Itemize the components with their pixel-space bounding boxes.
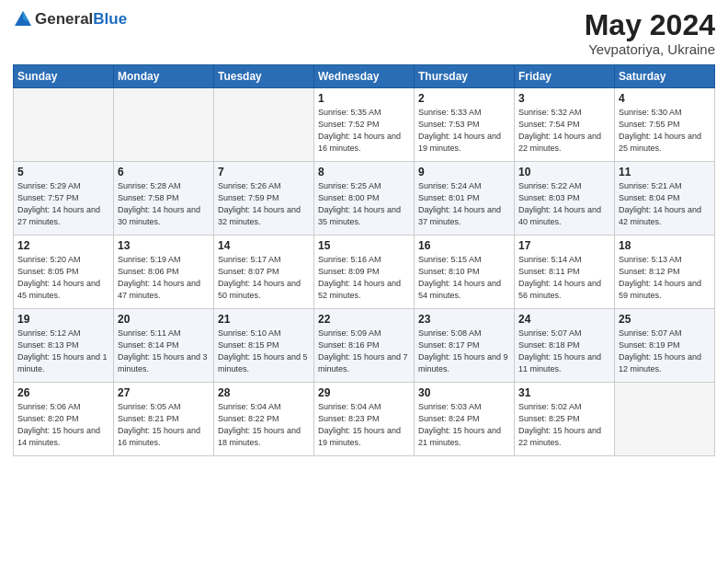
day-info: Sunrise: 5:32 AMSunset: 7:54 PMDaylight:…: [518, 107, 610, 155]
calendar-cell: [214, 88, 314, 162]
logo-text: GeneralBlue: [35, 10, 127, 29]
day-info: Sunrise: 5:14 AMSunset: 8:11 PMDaylight:…: [518, 254, 610, 302]
calendar-cell: 4Sunrise: 5:30 AMSunset: 7:55 PMDaylight…: [615, 88, 715, 162]
calendar-week-row: 5Sunrise: 5:29 AMSunset: 7:57 PMDaylight…: [14, 162, 715, 236]
weekday-header-wednesday: Wednesday: [314, 65, 415, 88]
calendar-cell: 9Sunrise: 5:24 AMSunset: 8:01 PMDaylight…: [415, 162, 515, 236]
day-info: Sunrise: 5:16 AMSunset: 8:09 PMDaylight:…: [318, 254, 410, 302]
calendar-cell: 2Sunrise: 5:33 AMSunset: 7:53 PMDaylight…: [415, 88, 515, 162]
day-number: 12: [17, 239, 109, 252]
day-info: Sunrise: 5:15 AMSunset: 8:10 PMDaylight:…: [418, 254, 510, 302]
day-info: Sunrise: 5:13 AMSunset: 8:12 PMDaylight:…: [619, 254, 711, 302]
calendar-cell: 21Sunrise: 5:10 AMSunset: 8:15 PMDayligh…: [214, 309, 314, 383]
day-info: Sunrise: 5:04 AMSunset: 8:23 PMDaylight:…: [318, 401, 410, 449]
day-info: Sunrise: 5:33 AMSunset: 7:53 PMDaylight:…: [418, 107, 510, 155]
day-number: 22: [318, 313, 410, 326]
calendar-cell: 28Sunrise: 5:04 AMSunset: 8:22 PMDayligh…: [214, 383, 314, 456]
day-number: 16: [418, 239, 510, 252]
day-number: 2: [418, 92, 510, 105]
calendar-week-row: 19Sunrise: 5:12 AMSunset: 8:13 PMDayligh…: [14, 309, 715, 383]
calendar-header-row: SundayMondayTuesdayWednesdayThursdayFrid…: [14, 65, 715, 88]
day-number: 24: [518, 313, 610, 326]
day-info: Sunrise: 5:22 AMSunset: 8:03 PMDaylight:…: [518, 180, 610, 228]
month-title: May 2024: [585, 9, 715, 41]
day-number: 11: [619, 166, 711, 178]
calendar-cell: 13Sunrise: 5:19 AMSunset: 8:06 PMDayligh…: [114, 236, 214, 309]
day-info: Sunrise: 5:09 AMSunset: 8:16 PMDaylight:…: [318, 327, 410, 375]
day-info: Sunrise: 5:24 AMSunset: 8:01 PMDaylight:…: [418, 180, 510, 228]
day-info: Sunrise: 5:10 AMSunset: 8:15 PMDaylight:…: [218, 327, 310, 375]
weekday-header-thursday: Thursday: [415, 65, 515, 88]
day-number: 29: [318, 386, 410, 399]
weekday-header-saturday: Saturday: [615, 65, 715, 88]
logo-icon: [13, 9, 33, 29]
day-number: 14: [218, 239, 310, 252]
day-info: Sunrise: 5:08 AMSunset: 8:17 PMDaylight:…: [418, 327, 510, 375]
calendar-cell: 31Sunrise: 5:02 AMSunset: 8:25 PMDayligh…: [515, 383, 615, 456]
day-number: 20: [118, 313, 210, 326]
weekday-header-tuesday: Tuesday: [214, 65, 314, 88]
day-number: 18: [619, 239, 711, 252]
calendar-cell: 24Sunrise: 5:07 AMSunset: 8:18 PMDayligh…: [515, 309, 615, 383]
calendar-cell: 18Sunrise: 5:13 AMSunset: 8:12 PMDayligh…: [615, 236, 715, 309]
day-number: 7: [218, 166, 310, 178]
day-number: 8: [318, 166, 410, 178]
day-number: 21: [218, 313, 310, 326]
day-info: Sunrise: 5:19 AMSunset: 8:06 PMDaylight:…: [118, 254, 210, 302]
day-number: 31: [518, 386, 610, 399]
day-info: Sunrise: 5:04 AMSunset: 8:22 PMDaylight:…: [218, 401, 310, 449]
calendar-cell: 6Sunrise: 5:28 AMSunset: 7:58 PMDaylight…: [114, 162, 214, 236]
day-number: 27: [118, 386, 210, 399]
calendar-cell: 23Sunrise: 5:08 AMSunset: 8:17 PMDayligh…: [415, 309, 515, 383]
calendar-table: SundayMondayTuesdayWednesdayThursdayFrid…: [13, 64, 715, 456]
calendar-cell: [14, 88, 114, 162]
day-info: Sunrise: 5:17 AMSunset: 8:07 PMDaylight:…: [218, 254, 310, 302]
day-info: Sunrise: 5:07 AMSunset: 8:18 PMDaylight:…: [518, 327, 610, 375]
calendar-cell: 11Sunrise: 5:21 AMSunset: 8:04 PMDayligh…: [615, 162, 715, 236]
day-number: 3: [518, 92, 610, 105]
day-number: 23: [418, 313, 510, 326]
day-info: Sunrise: 5:07 AMSunset: 8:19 PMDaylight:…: [619, 327, 711, 375]
day-info: Sunrise: 5:06 AMSunset: 8:20 PMDaylight:…: [17, 401, 109, 449]
calendar-cell: 25Sunrise: 5:07 AMSunset: 8:19 PMDayligh…: [615, 309, 715, 383]
calendar-cell: 30Sunrise: 5:03 AMSunset: 8:24 PMDayligh…: [415, 383, 515, 456]
weekday-header-friday: Friday: [515, 65, 615, 88]
day-info: Sunrise: 5:05 AMSunset: 8:21 PMDaylight:…: [118, 401, 210, 449]
calendar-cell: 20Sunrise: 5:11 AMSunset: 8:14 PMDayligh…: [114, 309, 214, 383]
day-info: Sunrise: 5:28 AMSunset: 7:58 PMDaylight:…: [118, 180, 210, 228]
calendar-cell: 12Sunrise: 5:20 AMSunset: 8:05 PMDayligh…: [14, 236, 114, 309]
day-number: 5: [17, 166, 109, 178]
calendar-cell: 14Sunrise: 5:17 AMSunset: 8:07 PMDayligh…: [214, 236, 314, 309]
calendar-week-row: 12Sunrise: 5:20 AMSunset: 8:05 PMDayligh…: [14, 236, 715, 309]
day-number: 17: [518, 239, 610, 252]
day-info: Sunrise: 5:03 AMSunset: 8:24 PMDaylight:…: [418, 401, 510, 449]
day-number: 25: [619, 313, 711, 326]
calendar-cell: 3Sunrise: 5:32 AMSunset: 7:54 PMDaylight…: [515, 88, 615, 162]
calendar-cell: 19Sunrise: 5:12 AMSunset: 8:13 PMDayligh…: [14, 309, 114, 383]
day-info: Sunrise: 5:12 AMSunset: 8:13 PMDaylight:…: [17, 327, 109, 375]
day-info: Sunrise: 5:29 AMSunset: 7:57 PMDaylight:…: [17, 180, 109, 228]
location-title: Yevpatoriya, Ukraine: [585, 41, 715, 57]
header: GeneralBlue May 2024 Yevpatoriya, Ukrain…: [13, 9, 715, 57]
calendar-cell: 10Sunrise: 5:22 AMSunset: 8:03 PMDayligh…: [515, 162, 615, 236]
calendar-cell: [114, 88, 214, 162]
calendar-cell: 26Sunrise: 5:06 AMSunset: 8:20 PMDayligh…: [14, 383, 114, 456]
calendar-week-row: 26Sunrise: 5:06 AMSunset: 8:20 PMDayligh…: [14, 383, 715, 456]
day-number: 4: [619, 92, 711, 105]
day-number: 15: [318, 239, 410, 252]
day-info: Sunrise: 5:20 AMSunset: 8:05 PMDaylight:…: [17, 254, 109, 302]
day-number: 28: [218, 386, 310, 399]
calendar-cell: 7Sunrise: 5:26 AMSunset: 7:59 PMDaylight…: [214, 162, 314, 236]
calendar-cell: [615, 383, 715, 456]
calendar-cell: 22Sunrise: 5:09 AMSunset: 8:16 PMDayligh…: [314, 309, 415, 383]
day-number: 9: [418, 166, 510, 178]
day-number: 13: [118, 239, 210, 252]
day-info: Sunrise: 5:11 AMSunset: 8:14 PMDaylight:…: [118, 327, 210, 375]
calendar-cell: 5Sunrise: 5:29 AMSunset: 7:57 PMDaylight…: [14, 162, 114, 236]
day-number: 30: [418, 386, 510, 399]
calendar-cell: 16Sunrise: 5:15 AMSunset: 8:10 PMDayligh…: [415, 236, 515, 309]
weekday-header-monday: Monday: [114, 65, 214, 88]
day-info: Sunrise: 5:25 AMSunset: 8:00 PMDaylight:…: [318, 180, 410, 228]
day-number: 6: [118, 166, 210, 178]
title-block: May 2024 Yevpatoriya, Ukraine: [585, 9, 715, 57]
